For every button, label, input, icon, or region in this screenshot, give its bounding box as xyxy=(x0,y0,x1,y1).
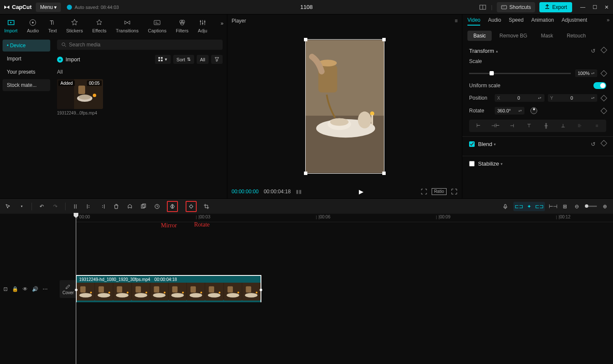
rp-tab-video[interactable]: Video xyxy=(467,17,480,26)
align-right[interactable]: ⊣ xyxy=(505,121,520,130)
blend-checkbox[interactable] xyxy=(469,141,475,147)
tab-effects[interactable]: Effects xyxy=(92,17,106,34)
menu-button[interactable]: Menu▾ xyxy=(36,3,61,12)
rotate-dial[interactable] xyxy=(530,107,537,114)
scale-input[interactable]: 100%▴▾ xyxy=(575,69,597,77)
sub-retouch[interactable]: Retouch xyxy=(561,31,592,41)
import-button[interactable]: +Import xyxy=(57,57,80,63)
track-more-icon[interactable]: ⋯ xyxy=(43,286,48,292)
position-y-input[interactable]: Y0▴▾ xyxy=(548,94,598,102)
video-clip[interactable]: 19312249-hd_1080_1920_30fps.mp4 00:00:04… xyxy=(76,275,261,302)
zoom-slider[interactable] xyxy=(585,206,597,207)
rotate-keyframe[interactable] xyxy=(601,107,607,114)
view-grid-button[interactable]: ▾ xyxy=(155,55,171,64)
clip-handle-right[interactable] xyxy=(260,289,262,291)
align-top[interactable]: ⊤ xyxy=(521,121,537,130)
magnet-button[interactable]: ⊏⊐ xyxy=(515,203,523,210)
reverse-button[interactable] xyxy=(153,203,161,210)
blend-reset-icon[interactable]: ↺ xyxy=(591,141,596,147)
undo-button[interactable]: ↶ xyxy=(38,203,46,210)
rp-tab-animation[interactable]: Animation xyxy=(531,17,554,26)
scan-icon[interactable] xyxy=(421,188,427,195)
tabs-overflow-icon[interactable]: » xyxy=(221,20,223,26)
export-button[interactable]: Export xyxy=(539,2,572,12)
clip-handle-left[interactable] xyxy=(75,289,77,291)
rp-tab-speed[interactable]: Speed xyxy=(509,17,524,26)
blend-keyframe-icon[interactable] xyxy=(601,140,607,147)
link-button[interactable]: ✦ xyxy=(525,203,533,210)
nav-import[interactable]: Import xyxy=(3,53,50,65)
tab-transitions[interactable]: Transitions xyxy=(116,17,138,34)
align-hcenter[interactable]: ⊣⊢ xyxy=(488,121,503,130)
minimize-button[interactable]: ― xyxy=(580,4,586,10)
mic-button[interactable] xyxy=(501,203,509,210)
filter-button[interactable] xyxy=(211,55,223,64)
shortcuts-button[interactable]: Shortcuts xyxy=(497,2,536,12)
sub-removebg[interactable]: Remove BG xyxy=(493,31,533,41)
tab-audio[interactable]: Audio xyxy=(27,17,39,34)
split-left-button[interactable] xyxy=(85,203,93,210)
delete-button[interactable] xyxy=(112,203,120,210)
select-tool[interactable] xyxy=(4,203,12,210)
scale-slider[interactable] xyxy=(469,73,571,74)
sub-mask[interactable]: Mask xyxy=(535,31,559,41)
timeline-ruler[interactable]: 00:00 |00:03 |00:06 |00:09 |00:12 xyxy=(76,214,613,222)
blend-section[interactable]: Blend▾ ↺ xyxy=(469,141,606,147)
track-eye-icon[interactable]: 👁 xyxy=(23,286,28,292)
layout-icon[interactable] xyxy=(479,3,487,11)
rotate-tool-button[interactable] xyxy=(187,203,195,210)
track-mute-icon[interactable]: 🔊 xyxy=(32,286,38,292)
tab-stickers[interactable]: Stickers xyxy=(66,17,83,34)
transform-section[interactable]: Transform▴ ↺ xyxy=(469,48,606,54)
stabilize-checkbox[interactable] xyxy=(469,161,475,166)
play-button[interactable]: ▶ xyxy=(359,188,364,195)
search-input[interactable]: Search media xyxy=(57,40,223,50)
scale-keyframe[interactable] xyxy=(601,70,607,77)
redo-button[interactable]: ↷ xyxy=(52,203,59,210)
sub-basic[interactable]: Basic xyxy=(467,31,492,41)
expand-button[interactable]: ⊞ xyxy=(561,203,569,210)
tab-adjustment[interactable]: Adju xyxy=(198,17,207,34)
rotate-input[interactable]: 360.0°▴▾ xyxy=(495,107,524,115)
timeline[interactable]: 00:00 |00:03 |00:06 |00:09 |00:12 Mirror… xyxy=(0,214,613,364)
marker-button[interactable] xyxy=(126,203,134,210)
nav-presets[interactable]: Your presets xyxy=(3,66,50,78)
reset-icon[interactable]: ↺ xyxy=(591,48,596,54)
track-lock-icon[interactable]: 🔒 xyxy=(12,286,18,292)
tab-filters[interactable]: Filters xyxy=(176,17,189,34)
nav-device[interactable]: Device xyxy=(3,40,50,52)
crop-button[interactable] xyxy=(203,203,210,210)
preview-button[interactable]: ⊏⊐ xyxy=(536,203,543,210)
position-x-input[interactable]: X0▴▾ xyxy=(495,94,544,102)
uniform-toggle[interactable] xyxy=(593,82,606,89)
tab-import[interactable]: Import xyxy=(4,17,17,34)
mirror-button[interactable] xyxy=(169,203,176,210)
split-button[interactable] xyxy=(72,203,79,210)
select-dropdown[interactable]: ▾ xyxy=(18,203,26,210)
fullscreen-icon[interactable] xyxy=(451,188,458,195)
ratio-button[interactable]: Ratio xyxy=(432,188,447,195)
align-vcenter[interactable]: ╫ xyxy=(539,121,554,130)
tab-captions[interactable]: Captions xyxy=(148,17,166,34)
maximize-button[interactable]: ☐ xyxy=(592,4,598,10)
player-canvas[interactable] xyxy=(232,26,458,186)
align-clip-button[interactable]: ⊢⊣ xyxy=(549,203,557,210)
align-bottom[interactable]: ⊥ xyxy=(556,121,571,130)
split-right-button[interactable] xyxy=(99,203,106,210)
cover-button[interactable]: Cover xyxy=(60,280,77,298)
track-expand-icon[interactable]: ⊡ xyxy=(3,286,8,292)
stabilize-section[interactable]: Stabilize▾ xyxy=(469,161,606,167)
compare-icon[interactable]: ▮▮ xyxy=(296,189,302,195)
video-frame[interactable] xyxy=(305,39,384,174)
player-menu-icon[interactable]: ≡ xyxy=(455,18,458,24)
zoom-in-button[interactable]: ⊕ xyxy=(601,203,609,210)
rp-tab-adjustment[interactable]: Adjustment xyxy=(561,17,587,26)
close-button[interactable]: ✕ xyxy=(604,4,610,10)
filter-all-button[interactable]: All xyxy=(197,55,209,64)
tab-text[interactable]: TIText xyxy=(48,17,57,34)
media-thumbnail[interactable]: Added 00:05 19312249...0fps.mp4 xyxy=(57,79,103,115)
position-keyframe[interactable] xyxy=(601,95,607,101)
sort-button[interactable]: Sort ⇅ xyxy=(173,55,194,64)
tabs-scroll-icon[interactable]: » xyxy=(607,17,610,23)
playhead[interactable] xyxy=(76,214,76,364)
